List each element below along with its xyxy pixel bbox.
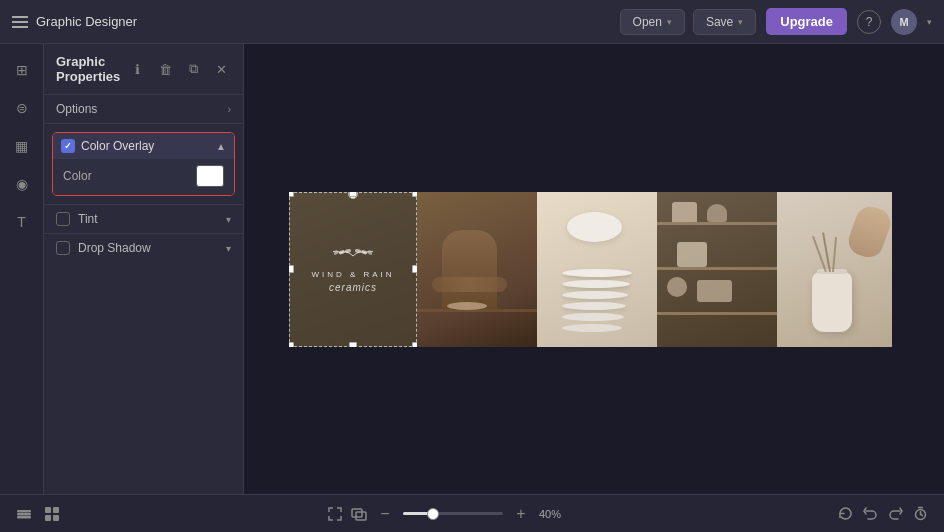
bottom-bar: − + 40% <box>0 494 944 532</box>
top-bar-left: Graphic Designer <box>12 14 610 29</box>
main-content: ⊞ ⊜ ▦ ◉ T Graphic Properties ℹ 🗑 ⧉ ✕ Opt… <box>0 44 944 494</box>
save-button[interactable]: Save ▾ <box>693 9 756 35</box>
panel-header: Graphic Properties ℹ 🗑 ⧉ ✕ <box>44 44 243 95</box>
tint-checkbox[interactable] <box>56 212 70 226</box>
app-title: Graphic Designer <box>36 14 137 29</box>
svg-point-0 <box>338 249 345 255</box>
bottom-center: − + 40% <box>327 504 571 524</box>
svg-rect-11 <box>45 515 51 521</box>
options-label: Options <box>56 102 97 116</box>
save-chevron-icon: ▾ <box>738 17 743 27</box>
color-overlay-header-left: Color Overlay <box>61 139 154 153</box>
svg-rect-6 <box>17 510 31 513</box>
sidebar-item-grid[interactable]: ▦ <box>6 130 38 162</box>
color-overlay-header[interactable]: Color Overlay ▲ <box>53 133 234 159</box>
duplicate-icon[interactable]: ⧉ <box>183 59 203 79</box>
open-chevron-icon: ▾ <box>667 17 672 27</box>
hamburger-menu-icon[interactable] <box>12 16 28 28</box>
sidebar-item-objects[interactable]: ◉ <box>6 168 38 200</box>
fit-page-icon[interactable] <box>327 506 343 522</box>
layers-bottom-icon[interactable] <box>16 506 32 522</box>
collage-photo-4 <box>657 192 777 347</box>
svg-point-3 <box>355 249 362 254</box>
tint-label: Tint <box>78 212 98 226</box>
handle-lc[interactable] <box>289 265 294 273</box>
drop-shadow-row-left: Drop Shadow <box>56 241 151 255</box>
zoom-slider-thumb[interactable] <box>427 508 439 520</box>
drop-shadow-row[interactable]: Drop Shadow ▾ <box>44 233 243 262</box>
svg-rect-12 <box>53 515 59 521</box>
grid-bottom-icon[interactable] <box>44 506 60 522</box>
svg-rect-9 <box>45 507 51 513</box>
canvas-inner: wind & rain ceramics <box>289 192 899 347</box>
drop-shadow-label: Drop Shadow <box>78 241 151 255</box>
handle-tr[interactable] <box>412 192 417 197</box>
color-swatch[interactable] <box>196 165 224 187</box>
left-panel: Graphic Properties ℹ 🗑 ⧉ ✕ Options › Col… <box>44 44 244 494</box>
options-row[interactable]: Options › <box>44 95 243 124</box>
color-overlay-checkbox[interactable] <box>61 139 75 153</box>
tint-row[interactable]: Tint ▾ <box>44 204 243 233</box>
collage-photo-2 <box>417 192 537 347</box>
zoom-out-button[interactable]: − <box>375 504 395 524</box>
bottom-right <box>838 506 928 521</box>
zoom-in-button[interactable]: + <box>511 504 531 524</box>
refresh-icon[interactable] <box>838 506 853 521</box>
zoom-slider[interactable] <box>403 512 503 515</box>
delete-icon[interactable]: 🗑 <box>155 59 175 79</box>
logo-overlay[interactable]: wind & rain ceramics <box>289 192 417 347</box>
collage-photo-3 <box>537 192 657 347</box>
color-overlay-chevron-icon: ▲ <box>216 141 226 152</box>
logo-brand-sub: ceramics <box>329 282 377 293</box>
sidebar-item-layers[interactable]: ⊞ <box>6 54 38 86</box>
photo-collage: wind & rain ceramics <box>289 192 899 347</box>
color-overlay-label: Color Overlay <box>81 139 154 153</box>
panel-title: Graphic Properties <box>56 54 127 84</box>
canvas-area[interactable]: wind & rain ceramics <box>244 44 944 494</box>
sidebar-item-text[interactable]: T <box>6 206 38 238</box>
color-row: Color <box>53 159 234 195</box>
timer-icon[interactable] <box>913 506 928 521</box>
tint-row-left: Tint <box>56 212 98 226</box>
undo-icon[interactable] <box>863 506 878 521</box>
svg-point-1 <box>345 249 352 254</box>
info-icon[interactable]: ℹ <box>127 59 147 79</box>
handle-tc[interactable] <box>349 192 357 197</box>
handle-bc[interactable] <box>349 342 357 347</box>
logo-leaf-svg-icon <box>328 245 378 267</box>
bottom-left <box>16 506 60 522</box>
top-bar-center: Open ▾ Save ▾ <box>620 9 757 35</box>
avatar[interactable]: M <box>891 9 917 35</box>
tint-chevron-icon: ▾ <box>226 214 231 225</box>
open-button[interactable]: Open ▾ <box>620 9 685 35</box>
icon-sidebar: ⊞ ⊜ ▦ ◉ T <box>0 44 44 494</box>
collage-photo-5 <box>777 192 892 347</box>
svg-point-2 <box>361 249 368 255</box>
sidebar-item-adjust[interactable]: ⊜ <box>6 92 38 124</box>
avatar-chevron-icon: ▾ <box>927 17 932 27</box>
close-icon[interactable]: ✕ <box>211 59 231 79</box>
options-chevron-icon: › <box>228 104 231 115</box>
svg-rect-7 <box>17 513 31 516</box>
top-bar-right: Upgrade ? M ▾ <box>766 8 932 35</box>
panel-header-icons: ℹ 🗑 ⧉ ✕ <box>127 59 231 79</box>
svg-rect-13 <box>352 509 362 517</box>
color-overlay-section: Color Overlay ▲ Color <box>52 132 235 196</box>
redo-icon[interactable] <box>888 506 903 521</box>
handle-br[interactable] <box>412 342 417 347</box>
upgrade-button[interactable]: Upgrade <box>766 8 847 35</box>
logo-brand-name: wind & rain <box>311 270 394 279</box>
handle-bl[interactable] <box>289 342 294 347</box>
color-label: Color <box>63 169 92 183</box>
svg-rect-8 <box>17 516 31 519</box>
collage-photo-1: wind & rain ceramics <box>289 192 417 347</box>
resize-icon[interactable] <box>351 506 367 522</box>
handle-tl[interactable] <box>289 192 294 197</box>
zoom-level-label: 40% <box>539 508 571 520</box>
logo-content: wind & rain ceramics <box>311 245 394 293</box>
svg-rect-10 <box>53 507 59 513</box>
help-icon[interactable]: ? <box>857 10 881 34</box>
drop-shadow-chevron-icon: ▾ <box>226 243 231 254</box>
handle-rc[interactable] <box>412 265 417 273</box>
drop-shadow-checkbox[interactable] <box>56 241 70 255</box>
